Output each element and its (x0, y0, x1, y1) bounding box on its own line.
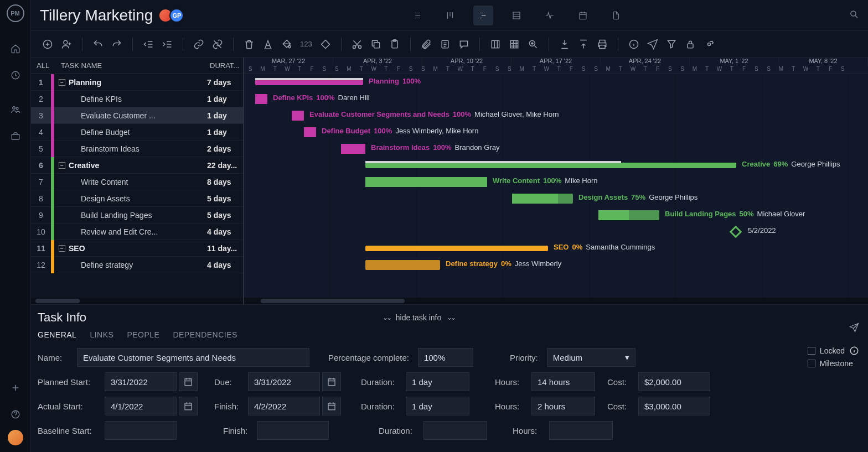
hide-task-info-button[interactable]: ⌄⌄ hide task info ⌄⌄ (383, 313, 455, 322)
cut-icon[interactable] (349, 37, 365, 52)
print-icon[interactable] (595, 37, 610, 52)
gantt-bar[interactable] (598, 210, 659, 220)
send-icon[interactable] (645, 37, 660, 52)
info-icon[interactable] (849, 346, 859, 356)
task-row[interactable]: 10 Review and Edit Cre... 4 days (31, 224, 243, 240)
import-icon[interactable] (557, 37, 572, 52)
activity-view-icon[interactable] (540, 6, 560, 25)
grid-horizontal-scrollbar[interactable] (31, 298, 243, 304)
gantt-bar[interactable] (304, 127, 316, 137)
calendar-icon[interactable] (179, 372, 198, 391)
gantt-bar[interactable] (341, 144, 365, 154)
baseline-hours-input[interactable] (549, 421, 613, 440)
add-person-icon[interactable] (59, 37, 74, 52)
pct-input[interactable]: 100% (418, 348, 473, 367)
info-icon[interactable] (626, 37, 642, 52)
redo-icon[interactable] (109, 37, 125, 52)
task-row[interactable]: 11 − SEO 11 day... (31, 240, 243, 257)
project-members[interactable]: GP (162, 8, 184, 23)
outdent-icon[interactable] (141, 37, 156, 52)
cost-input[interactable]: $3,000.00 (638, 397, 710, 415)
gantt-summary-bar[interactable] (365, 163, 736, 168)
list-view-icon[interactable] (407, 6, 427, 25)
grid-icon[interactable] (507, 37, 522, 52)
gantt-bar[interactable] (365, 260, 440, 270)
fill-color-icon[interactable] (279, 37, 294, 52)
tab-people[interactable]: PEOPLE (127, 330, 159, 339)
task-row[interactable]: 6 − Creative 22 day... (31, 157, 243, 174)
baseline-start-input[interactable] (105, 421, 177, 440)
home-icon[interactable] (4, 38, 27, 60)
due-input[interactable]: 3/31/2022 (248, 372, 320, 391)
hours-input[interactable]: 2 hours (531, 397, 595, 415)
task-row[interactable]: 3 Evaluate Customer ... 1 day (31, 107, 243, 124)
gantt-summary-bar[interactable] (255, 80, 363, 85)
help-icon[interactable] (4, 403, 27, 425)
unlink-icon[interactable] (210, 37, 225, 52)
note-icon[interactable] (437, 37, 453, 52)
priority-select[interactable]: Medium▾ (547, 348, 636, 367)
zoom-icon[interactable] (525, 37, 541, 52)
task-name-input[interactable]: Evaluate Customer Segments and Needs (77, 348, 309, 367)
paste-icon[interactable] (387, 37, 402, 52)
sheet-view-icon[interactable] (507, 6, 526, 25)
task-row[interactable]: 12 Define strategy 4 days (31, 257, 243, 273)
link-icon[interactable] (191, 37, 206, 52)
tab-dependencies[interactable]: DEPENDENCIES (173, 330, 237, 339)
add-task-icon[interactable] (40, 37, 55, 52)
cost-input[interactable]: $2,000.00 (638, 372, 710, 391)
collapse-icon[interactable]: − (59, 162, 65, 169)
baseline-duration-input[interactable] (423, 421, 487, 440)
gantt-bar[interactable] (512, 194, 573, 204)
columns-icon[interactable] (488, 37, 503, 52)
settings-icon[interactable] (701, 37, 717, 52)
app-logo[interactable]: PM (7, 4, 24, 22)
column-all[interactable]: ALL (31, 61, 56, 70)
milestone-checkbox[interactable]: Milestone (808, 359, 859, 368)
task-row[interactable]: 9 Build Landing Pages 5 days (31, 207, 243, 224)
avatar[interactable]: GP (169, 8, 184, 23)
duration-input[interactable]: 1 day (406, 372, 469, 391)
gantt-bar[interactable] (292, 111, 304, 121)
tab-links[interactable]: LINKS (90, 330, 113, 339)
clock-icon[interactable] (4, 64, 27, 86)
people-icon[interactable] (4, 98, 27, 121)
collapse-icon[interactable]: − (59, 79, 65, 86)
locked-checkbox[interactable]: Locked (808, 346, 859, 356)
column-task-name[interactable]: TASK NAME (56, 61, 210, 70)
timeline-horizontal-scrollbar[interactable] (244, 298, 868, 304)
task-row[interactable]: 5 Brainstorm Ideas 2 days (31, 141, 243, 157)
duration-input[interactable]: 1 day (406, 397, 469, 415)
milestone-marker[interactable] (730, 226, 742, 238)
copy-icon[interactable] (368, 37, 384, 52)
tab-general[interactable]: GENERAL (38, 330, 76, 339)
gantt-bar[interactable] (255, 94, 267, 104)
add-icon[interactable] (4, 377, 27, 399)
filter-icon[interactable] (664, 37, 679, 52)
task-row[interactable]: 7 Write Content 8 days (31, 174, 243, 190)
baseline-finish-input[interactable] (257, 421, 329, 440)
gantt-bar[interactable] (365, 177, 487, 187)
search-icon[interactable] (849, 9, 859, 21)
task-row[interactable]: 1 − Planning 7 days (31, 74, 243, 91)
column-duration[interactable]: DURAT... (210, 61, 243, 70)
task-row[interactable]: 2 Define KPIs 1 day (31, 91, 243, 107)
lock-icon[interactable] (683, 37, 698, 52)
text-format-icon[interactable] (260, 37, 276, 52)
calendar-icon[interactable] (179, 397, 198, 415)
user-avatar[interactable] (8, 430, 23, 445)
calendar-icon[interactable] (322, 372, 341, 391)
comment-icon[interactable] (456, 37, 472, 52)
task-row[interactable]: 8 Design Assets 5 days (31, 190, 243, 207)
attach-icon[interactable] (418, 37, 434, 52)
file-view-icon[interactable] (606, 6, 626, 25)
send-plane-icon[interactable] (849, 323, 859, 334)
calendar-icon[interactable] (322, 397, 341, 415)
board-view-icon[interactable] (440, 6, 460, 25)
gantt-view-icon[interactable] (473, 6, 493, 25)
task-row[interactable]: 4 Define Budget 1 day (31, 124, 243, 141)
briefcase-icon[interactable] (4, 125, 27, 147)
collapse-icon[interactable]: − (59, 245, 65, 252)
hours-input[interactable]: 14 hours (531, 372, 595, 391)
planned-start-input[interactable]: 3/31/2022 (105, 372, 177, 391)
